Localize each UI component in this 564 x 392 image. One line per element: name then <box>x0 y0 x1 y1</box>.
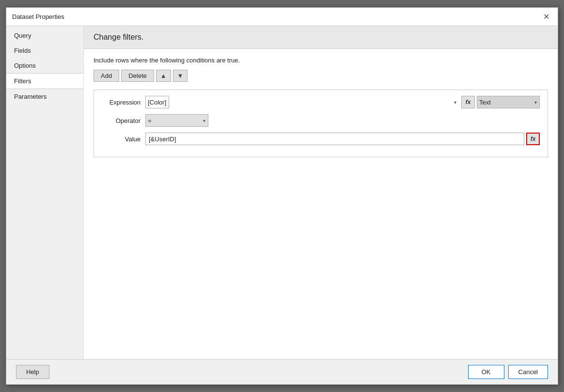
filter-table: Expression [Color] fx <box>94 90 548 157</box>
instruction-text: Include rows where the following conditi… <box>94 57 548 64</box>
sidebar-item-options[interactable]: Options <box>6 58 83 73</box>
operator-row: Operator = <box>102 114 540 127</box>
ok-button[interactable]: OK <box>468 365 504 379</box>
dialog-body: Query Fields Options Filters Parameters … <box>6 26 558 359</box>
sidebar: Query Fields Options Filters Parameters <box>6 26 84 359</box>
operator-select[interactable]: = <box>145 114 208 127</box>
operator-input-group: = <box>145 114 540 127</box>
fx-icon: fx <box>466 99 471 106</box>
sidebar-item-parameters[interactable]: Parameters <box>6 89 83 104</box>
sidebar-item-fields[interactable]: Fields <box>6 43 83 58</box>
expression-row: Expression [Color] fx <box>102 96 540 108</box>
toolbar: Add Delete ▲ ▼ <box>94 70 548 82</box>
value-row: Value fx <box>102 133 540 145</box>
fx-icon-value: fx <box>531 136 536 142</box>
value-fx-button[interactable]: fx <box>526 133 540 145</box>
move-down-button[interactable]: ▼ <box>173 70 188 82</box>
expression-input-group: [Color] fx Text <box>145 96 540 108</box>
section-header: Change filters. <box>84 26 558 49</box>
value-input[interactable] <box>145 133 524 145</box>
operator-select-wrapper: = <box>145 114 208 127</box>
move-up-button[interactable]: ▲ <box>156 70 171 82</box>
expression-label: Expression <box>102 99 141 106</box>
help-button[interactable]: Help <box>16 365 49 379</box>
sidebar-item-filters[interactable]: Filters <box>6 73 83 89</box>
value-input-group: fx <box>145 133 540 145</box>
add-button[interactable]: Add <box>94 70 119 82</box>
expression-select[interactable]: [Color] <box>145 96 169 108</box>
content-area: Include rows where the following conditi… <box>84 49 558 359</box>
operator-label: Operator <box>102 117 141 124</box>
sidebar-item-query[interactable]: Query <box>6 28 83 43</box>
expression-type-wrapper: Text <box>477 96 540 108</box>
value-label: Value <box>102 136 141 143</box>
dialog-footer: Help OK Cancel <box>6 359 558 384</box>
main-content: Change filters. Include rows where the f… <box>84 26 558 359</box>
close-button[interactable]: ✕ <box>540 11 552 23</box>
dialog-title: Dataset Properties <box>12 13 64 20</box>
expression-fx-button[interactable]: fx <box>461 96 475 108</box>
expression-type-select[interactable]: Text <box>477 96 540 108</box>
title-bar: Dataset Properties ✕ <box>6 8 558 26</box>
expression-select-wrapper: [Color] <box>145 96 459 108</box>
dialog: Dataset Properties ✕ Query Fields Option… <box>6 7 558 385</box>
footer-buttons: OK Cancel <box>468 365 548 379</box>
cancel-button[interactable]: Cancel <box>508 365 548 379</box>
section-title: Change filters. <box>94 33 143 41</box>
delete-button[interactable]: Delete <box>121 70 154 82</box>
